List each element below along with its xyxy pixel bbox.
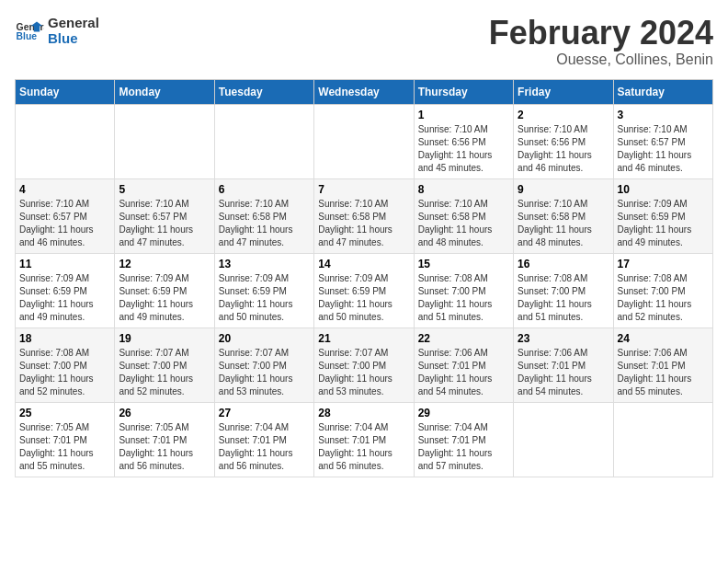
calendar-subtitle: Ouesse, Collines, Benin bbox=[489, 52, 713, 68]
calendar-cell: 20Sunrise: 7:07 AM Sunset: 7:00 PM Dayli… bbox=[214, 327, 313, 402]
day-number: 21 bbox=[318, 332, 409, 345]
day-info: Sunrise: 7:09 AM Sunset: 6:59 PM Dayligh… bbox=[618, 198, 709, 249]
day-info: Sunrise: 7:04 AM Sunset: 7:01 PM Dayligh… bbox=[219, 421, 310, 473]
day-info: Sunrise: 7:09 AM Sunset: 6:59 PM Dayligh… bbox=[19, 272, 110, 324]
header-row: SundayMondayTuesdayWednesdayThursdayFrid… bbox=[16, 79, 713, 104]
calendar-cell bbox=[514, 402, 613, 477]
title-section: February 2024 Ouesse, Collines, Benin bbox=[489, 15, 713, 68]
calendar-cell: 13Sunrise: 7:09 AM Sunset: 6:59 PM Dayli… bbox=[214, 253, 313, 327]
calendar-cell: 3Sunrise: 7:10 AM Sunset: 6:57 PM Daylig… bbox=[613, 104, 712, 178]
logo-blue: Blue bbox=[48, 30, 99, 46]
header-monday: Monday bbox=[115, 79, 214, 104]
calendar-cell: 7Sunrise: 7:10 AM Sunset: 6:58 PM Daylig… bbox=[314, 178, 414, 253]
day-number: 14 bbox=[318, 258, 409, 270]
day-number: 27 bbox=[219, 407, 310, 419]
calendar-cell: 27Sunrise: 7:04 AM Sunset: 7:01 PM Dayli… bbox=[214, 402, 313, 477]
day-number: 9 bbox=[518, 183, 609, 196]
calendar-cell bbox=[314, 104, 414, 178]
calendar-cell: 15Sunrise: 7:08 AM Sunset: 7:00 PM Dayli… bbox=[414, 253, 513, 327]
day-number: 1 bbox=[418, 109, 509, 121]
calendar-cell: 6Sunrise: 7:10 AM Sunset: 6:58 PM Daylig… bbox=[214, 178, 313, 253]
header-thursday: Thursday bbox=[414, 79, 513, 104]
page-header: General Blue General Blue February 2024 … bbox=[15, 15, 713, 68]
calendar-cell: 10Sunrise: 7:09 AM Sunset: 6:59 PM Dayli… bbox=[613, 178, 712, 253]
logo: General Blue General Blue bbox=[15, 15, 99, 46]
day-number: 6 bbox=[219, 183, 310, 196]
day-number: 11 bbox=[19, 258, 110, 270]
day-info: Sunrise: 7:08 AM Sunset: 7:00 PM Dayligh… bbox=[618, 272, 709, 324]
header-saturday: Saturday bbox=[613, 79, 712, 104]
day-number: 25 bbox=[19, 407, 110, 419]
day-info: Sunrise: 7:06 AM Sunset: 7:01 PM Dayligh… bbox=[418, 347, 509, 398]
day-info: Sunrise: 7:05 AM Sunset: 7:01 PM Dayligh… bbox=[119, 421, 210, 473]
day-number: 5 bbox=[119, 183, 210, 196]
day-number: 8 bbox=[418, 183, 509, 196]
day-number: 10 bbox=[618, 183, 709, 196]
logo-general: General bbox=[48, 15, 99, 30]
calendar-cell: 5Sunrise: 7:10 AM Sunset: 6:57 PM Daylig… bbox=[115, 178, 214, 253]
calendar-cell: 8Sunrise: 7:10 AM Sunset: 6:58 PM Daylig… bbox=[414, 178, 513, 253]
day-info: Sunrise: 7:10 AM Sunset: 6:57 PM Dayligh… bbox=[119, 198, 210, 249]
day-info: Sunrise: 7:10 AM Sunset: 6:58 PM Dayligh… bbox=[219, 198, 310, 249]
week-row-5: 25Sunrise: 7:05 AM Sunset: 7:01 PM Dayli… bbox=[16, 402, 713, 477]
day-info: Sunrise: 7:05 AM Sunset: 7:01 PM Dayligh… bbox=[19, 421, 110, 473]
day-number: 24 bbox=[618, 332, 709, 345]
header-tuesday: Tuesday bbox=[214, 79, 313, 104]
day-info: Sunrise: 7:08 AM Sunset: 7:00 PM Dayligh… bbox=[518, 272, 609, 324]
day-number: 23 bbox=[518, 332, 609, 345]
day-number: 12 bbox=[119, 258, 210, 270]
calendar-cell: 1Sunrise: 7:10 AM Sunset: 6:56 PM Daylig… bbox=[414, 104, 513, 178]
day-info: Sunrise: 7:07 AM Sunset: 7:00 PM Dayligh… bbox=[119, 347, 210, 398]
day-info: Sunrise: 7:09 AM Sunset: 6:59 PM Dayligh… bbox=[119, 272, 210, 324]
day-number: 3 bbox=[618, 109, 709, 121]
week-row-2: 4Sunrise: 7:10 AM Sunset: 6:57 PM Daylig… bbox=[16, 178, 713, 253]
calendar-cell: 23Sunrise: 7:06 AM Sunset: 7:01 PM Dayli… bbox=[514, 327, 613, 402]
day-info: Sunrise: 7:06 AM Sunset: 7:01 PM Dayligh… bbox=[618, 347, 709, 398]
day-info: Sunrise: 7:10 AM Sunset: 6:56 PM Dayligh… bbox=[518, 123, 609, 175]
day-info: Sunrise: 7:08 AM Sunset: 7:00 PM Dayligh… bbox=[19, 347, 110, 398]
calendar-cell: 11Sunrise: 7:09 AM Sunset: 6:59 PM Dayli… bbox=[16, 253, 115, 327]
day-number: 15 bbox=[418, 258, 509, 270]
calendar-cell: 4Sunrise: 7:10 AM Sunset: 6:57 PM Daylig… bbox=[16, 178, 115, 253]
calendar-cell: 2Sunrise: 7:10 AM Sunset: 6:56 PM Daylig… bbox=[514, 104, 613, 178]
svg-text:General: General bbox=[17, 22, 44, 32]
calendar-cell bbox=[613, 402, 712, 477]
calendar-cell: 24Sunrise: 7:06 AM Sunset: 7:01 PM Dayli… bbox=[613, 327, 712, 402]
week-row-3: 11Sunrise: 7:09 AM Sunset: 6:59 PM Dayli… bbox=[16, 253, 713, 327]
day-info: Sunrise: 7:07 AM Sunset: 7:00 PM Dayligh… bbox=[219, 347, 310, 398]
svg-text:Blue: Blue bbox=[17, 31, 38, 41]
calendar-cell: 28Sunrise: 7:04 AM Sunset: 7:01 PM Dayli… bbox=[314, 402, 414, 477]
day-info: Sunrise: 7:04 AM Sunset: 7:01 PM Dayligh… bbox=[318, 421, 409, 473]
header-sunday: Sunday bbox=[16, 79, 115, 104]
calendar-title: February 2024 bbox=[489, 15, 713, 52]
calendar-cell: 16Sunrise: 7:08 AM Sunset: 7:00 PM Dayli… bbox=[514, 253, 613, 327]
day-number: 29 bbox=[418, 407, 509, 419]
logo-icon: General Blue bbox=[15, 16, 44, 45]
day-info: Sunrise: 7:07 AM Sunset: 7:00 PM Dayligh… bbox=[318, 347, 409, 398]
calendar-cell: 22Sunrise: 7:06 AM Sunset: 7:01 PM Dayli… bbox=[414, 327, 513, 402]
day-info: Sunrise: 7:10 AM Sunset: 6:58 PM Dayligh… bbox=[418, 198, 509, 249]
day-number: 13 bbox=[219, 258, 310, 270]
calendar-cell: 12Sunrise: 7:09 AM Sunset: 6:59 PM Dayli… bbox=[115, 253, 214, 327]
day-number: 28 bbox=[318, 407, 409, 419]
day-info: Sunrise: 7:10 AM Sunset: 6:58 PM Dayligh… bbox=[518, 198, 609, 249]
day-info: Sunrise: 7:10 AM Sunset: 6:56 PM Dayligh… bbox=[418, 123, 509, 175]
day-number: 18 bbox=[19, 332, 110, 345]
calendar-cell bbox=[115, 104, 214, 178]
day-number: 7 bbox=[318, 183, 409, 196]
day-info: Sunrise: 7:06 AM Sunset: 7:01 PM Dayligh… bbox=[518, 347, 609, 398]
day-number: 22 bbox=[418, 332, 509, 345]
calendar-cell: 17Sunrise: 7:08 AM Sunset: 7:00 PM Dayli… bbox=[613, 253, 712, 327]
calendar-cell: 14Sunrise: 7:09 AM Sunset: 6:59 PM Dayli… bbox=[314, 253, 414, 327]
day-info: Sunrise: 7:10 AM Sunset: 6:57 PM Dayligh… bbox=[618, 123, 709, 175]
calendar-cell: 29Sunrise: 7:04 AM Sunset: 7:01 PM Dayli… bbox=[414, 402, 513, 477]
day-info: Sunrise: 7:04 AM Sunset: 7:01 PM Dayligh… bbox=[418, 421, 509, 473]
week-row-1: 1Sunrise: 7:10 AM Sunset: 6:56 PM Daylig… bbox=[16, 104, 713, 178]
calendar-cell bbox=[16, 104, 115, 178]
calendar-cell: 25Sunrise: 7:05 AM Sunset: 7:01 PM Dayli… bbox=[16, 402, 115, 477]
day-info: Sunrise: 7:10 AM Sunset: 6:58 PM Dayligh… bbox=[318, 198, 409, 249]
calendar-cell: 21Sunrise: 7:07 AM Sunset: 7:00 PM Dayli… bbox=[314, 327, 414, 402]
day-number: 4 bbox=[19, 183, 110, 196]
header-wednesday: Wednesday bbox=[314, 79, 414, 104]
calendar-table: SundayMondayTuesdayWednesdayThursdayFrid… bbox=[15, 79, 713, 477]
